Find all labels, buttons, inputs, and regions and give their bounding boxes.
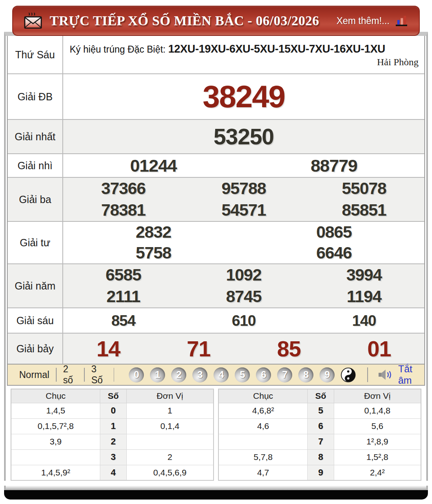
prize-number: 85 (244, 338, 334, 360)
summary-row: 3,92 (11, 434, 214, 449)
summary-cell (11, 449, 100, 465)
prize-number: 6585 (63, 267, 183, 283)
prize-numbers: 53250 (63, 120, 424, 153)
digit-ball-7[interactable]: 7 (277, 367, 292, 382)
header-bar: TRỰC TIẾP XỔ SỐ MIỀN BẮC - 06/03/2026 Xe… (12, 6, 420, 36)
digit-ball-6[interactable]: 6 (256, 367, 271, 382)
prize-number: 2832 (63, 224, 244, 241)
bar-chart-icon[interactable] (395, 15, 408, 27)
summary-header: Đơn Vị (126, 389, 214, 403)
prize-number: 1194 (304, 288, 424, 305)
digit-ball-5[interactable]: 5 (235, 367, 250, 382)
prize-row-sixth: Giải sáu854610140 (8, 307, 424, 333)
prize-number: 37366 (63, 180, 183, 197)
prize-numbers: 0124488779 (63, 154, 424, 177)
prize-number: 01244 (63, 157, 244, 175)
prize-number: 8745 (183, 288, 304, 305)
mode-2so-button[interactable]: 2 số (60, 364, 81, 386)
prize-label: Giải nhì (8, 154, 63, 177)
digit-ball-8[interactable]: 8 (298, 367, 313, 382)
mute-button[interactable]: Tắt âm (378, 363, 419, 386)
page-title: TRỰC TIẾP XỔ SỐ MIỀN BẮC - 06/03/2026 (50, 13, 319, 29)
mode-normal-button[interactable]: Normal (16, 369, 53, 380)
summary-left-body: ChụcSốĐơn Vị1,4,5010,1,5,7²,810,1,43,923… (11, 389, 214, 480)
prize-number: 53250 (63, 126, 424, 148)
prize-number: 78381 (63, 202, 183, 219)
prize-number: 140 (304, 313, 424, 328)
prize-number: 54571 (183, 202, 304, 219)
summary-row: 32 (11, 449, 214, 465)
summary-row: 0,1,5,7²,810,1,4 (11, 418, 214, 434)
prize-row-third: Giải ba373669578855078783815457185851 (8, 177, 424, 221)
prize-number: 3994 (304, 267, 424, 283)
summary-digit: 6 (308, 418, 334, 434)
prize-row-seventh: Giải bảy14718501 (8, 333, 424, 364)
summary-cell: 2 (126, 449, 214, 465)
summary-right-body: ChụcSốĐơn Vị4,6,8²50,1,4,84,665,671²,8,9… (218, 389, 421, 480)
summary-cell: 1²,8,9 (334, 434, 421, 449)
digit-ball-9[interactable]: 9 (320, 367, 335, 382)
digit-ball-4[interactable]: 4 (214, 367, 229, 382)
prize-label: Giải năm (8, 264, 63, 307)
yin-yang-ball[interactable] (341, 367, 356, 382)
prize-numbers: 854610140 (63, 308, 424, 333)
summary-cell (126, 434, 214, 449)
prize-number: 14 (63, 338, 154, 360)
widget-bottom-bar (4, 490, 428, 500)
widget-bottom-edge (4, 486, 428, 490)
digit-ball-0[interactable]: 0 (129, 367, 144, 382)
day-label: Thứ Sáu (8, 36, 63, 73)
mode-3so-button[interactable]: 3 Số (88, 364, 110, 386)
summary-row: 71²,8,9 (218, 434, 421, 449)
divider (367, 367, 368, 382)
prize-number: 2111 (63, 288, 183, 305)
prize-label: Giải ĐB (8, 74, 63, 119)
prize-number: 610 (183, 313, 304, 328)
summary-cell: 0,1,5,7²,8 (11, 418, 100, 434)
prize-number: 1092 (183, 267, 304, 283)
digit-ball-2[interactable]: 2 (171, 367, 186, 382)
prize-label: Giải sáu (8, 308, 63, 333)
summary-cell: 3,9 (11, 434, 100, 449)
summary-cell: 1,4,5,9² (11, 465, 100, 480)
prize-number: 71 (154, 338, 244, 360)
summary-digit: 4 (100, 465, 127, 480)
prize-numbers: 2832086557586646 (63, 222, 424, 263)
prize-numbers: 658510923994211187451194 (63, 264, 424, 307)
summary-cell: 5,6 (334, 418, 421, 434)
prize-table-body: Giải ĐB38249Giải nhất53250Giải nhì012448… (8, 73, 424, 364)
summary-digit: 0 (100, 403, 127, 418)
summary-digit: 8 (308, 449, 334, 465)
divider (84, 368, 85, 382)
prize-label: Giải bảy (8, 334, 63, 364)
special-sign-codes: 12XU-19XU-6XU-5XU-15XU-7XU-16XU-1XU (168, 43, 386, 55)
prize-number: 88779 (244, 157, 424, 175)
prize-number: 0865 (244, 224, 424, 241)
summary-row: 4,665,6 (218, 418, 421, 434)
lottery-widget: TRỰC TIẾP XỔ SỐ MIỀN BẮC - 06/03/2026 Xe… (4, 6, 428, 500)
summary-digit: 9 (308, 465, 334, 480)
digit-ball-1[interactable]: 1 (150, 367, 165, 382)
summary-row: 4,6,8²50,1,4,8 (218, 403, 421, 418)
prize-row-second: Giải nhì0124488779 (8, 153, 424, 177)
see-more-link[interactable]: Xem thêm!... (337, 15, 390, 27)
summary-header: Chục (218, 389, 308, 403)
prize-number: 55078 (304, 180, 424, 197)
prize-number: 95788 (183, 180, 304, 197)
prize-label: Giải ba (8, 178, 63, 221)
special-sign-prefix: Ký hiệu trúng Đặc Biệt: (70, 44, 168, 55)
prize-row-fourth: Giải tư2832086557586646 (8, 221, 424, 263)
summary-cell: 4,6 (218, 418, 308, 434)
mute-label: Tắt âm (398, 363, 419, 386)
prize-number: 5758 (63, 245, 244, 261)
day-row: Thứ Sáu Ký hiệu trúng Đặc Biệt: 12XU-19X… (8, 36, 424, 73)
summary-header: Đơn Vị (334, 389, 421, 403)
divider (114, 368, 115, 382)
digit-ball-3[interactable]: 3 (192, 367, 207, 382)
prize-number: 85851 (304, 202, 424, 219)
summary-cell: 2,4² (334, 465, 421, 480)
prize-label: Giải tư (8, 222, 63, 263)
prize-table: Thứ Sáu Ký hiệu trúng Đặc Biệt: 12XU-19X… (7, 36, 425, 365)
summary-row: 5,7,881,5²,8 (218, 449, 421, 465)
summary-cell: 1,5²,8 (334, 449, 421, 465)
